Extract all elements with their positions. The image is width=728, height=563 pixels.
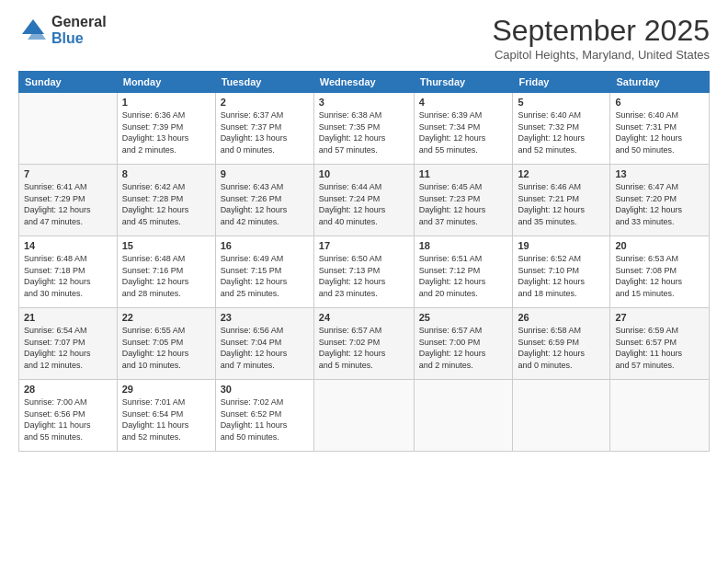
day-cell: 11Sunrise: 6:45 AM Sunset: 7:23 PM Dayli… bbox=[414, 165, 513, 236]
day-number: 14 bbox=[24, 240, 112, 251]
day-number: 3 bbox=[319, 97, 409, 108]
header: General Blue September 2025 Capitol Heig… bbox=[18, 14, 710, 62]
day-cell: 26Sunrise: 6:58 AM Sunset: 6:59 PM Dayli… bbox=[513, 308, 610, 380]
day-info: Sunrise: 6:49 AM Sunset: 7:15 PM Dayligh… bbox=[221, 253, 309, 299]
day-cell: 5Sunrise: 6:40 AM Sunset: 7:32 PM Daylig… bbox=[513, 93, 610, 165]
day-cell: 24Sunrise: 6:57 AM Sunset: 7:02 PM Dayli… bbox=[313, 308, 414, 380]
day-number: 15 bbox=[122, 240, 210, 251]
header-cell-saturday: Saturday bbox=[610, 72, 710, 93]
week-row-2: 14Sunrise: 6:48 AM Sunset: 7:18 PM Dayli… bbox=[19, 236, 710, 308]
day-info: Sunrise: 6:59 AM Sunset: 6:57 PM Dayligh… bbox=[615, 325, 704, 371]
day-info: Sunrise: 6:44 AM Sunset: 7:24 PM Dayligh… bbox=[319, 181, 409, 227]
day-cell: 8Sunrise: 6:42 AM Sunset: 7:28 PM Daylig… bbox=[117, 165, 215, 236]
svg-marker-0 bbox=[22, 19, 44, 34]
day-number: 30 bbox=[221, 384, 309, 395]
day-number: 4 bbox=[419, 97, 508, 108]
logo-blue: Blue bbox=[51, 30, 84, 46]
day-number: 25 bbox=[419, 312, 508, 323]
day-info: Sunrise: 6:57 AM Sunset: 7:00 PM Dayligh… bbox=[419, 325, 508, 371]
day-cell: 25Sunrise: 6:57 AM Sunset: 7:00 PM Dayli… bbox=[414, 308, 513, 380]
day-cell: 29Sunrise: 7:01 AM Sunset: 6:54 PM Dayli… bbox=[117, 380, 215, 452]
day-cell: 12Sunrise: 6:46 AM Sunset: 7:21 PM Dayli… bbox=[513, 165, 610, 236]
day-info: Sunrise: 6:42 AM Sunset: 7:28 PM Dayligh… bbox=[122, 181, 210, 227]
day-number: 20 bbox=[615, 240, 704, 251]
month-title: September 2025 bbox=[492, 14, 710, 48]
day-number: 22 bbox=[122, 312, 210, 323]
location: Capitol Heights, Maryland, United States bbox=[492, 48, 710, 62]
day-cell: 17Sunrise: 6:50 AM Sunset: 7:13 PM Dayli… bbox=[313, 236, 414, 308]
day-number: 2 bbox=[221, 97, 309, 108]
day-cell: 21Sunrise: 6:54 AM Sunset: 7:07 PM Dayli… bbox=[19, 308, 118, 380]
day-cell: 19Sunrise: 6:52 AM Sunset: 7:10 PM Dayli… bbox=[513, 236, 610, 308]
day-number: 8 bbox=[122, 168, 210, 179]
week-row-1: 7Sunrise: 6:41 AM Sunset: 7:29 PM Daylig… bbox=[19, 165, 710, 236]
day-number: 18 bbox=[419, 240, 508, 251]
header-cell-thursday: Thursday bbox=[414, 72, 513, 93]
day-info: Sunrise: 6:40 AM Sunset: 7:32 PM Dayligh… bbox=[518, 109, 605, 155]
day-info: Sunrise: 6:40 AM Sunset: 7:31 PM Dayligh… bbox=[615, 109, 704, 155]
day-number: 7 bbox=[24, 168, 112, 179]
day-number: 21 bbox=[24, 312, 112, 323]
day-cell: 2Sunrise: 6:37 AM Sunset: 7:37 PM Daylig… bbox=[215, 93, 313, 165]
header-cell-monday: Monday bbox=[117, 72, 215, 93]
day-info: Sunrise: 6:41 AM Sunset: 7:29 PM Dayligh… bbox=[24, 181, 112, 227]
day-info: Sunrise: 6:53 AM Sunset: 7:08 PM Dayligh… bbox=[615, 253, 704, 299]
day-info: Sunrise: 6:56 AM Sunset: 7:04 PM Dayligh… bbox=[221, 325, 309, 371]
day-info: Sunrise: 6:58 AM Sunset: 6:59 PM Dayligh… bbox=[518, 325, 605, 371]
day-number: 6 bbox=[615, 97, 704, 108]
day-number: 9 bbox=[221, 168, 309, 179]
day-info: Sunrise: 7:01 AM Sunset: 6:54 PM Dayligh… bbox=[122, 396, 210, 442]
day-info: Sunrise: 6:51 AM Sunset: 7:12 PM Dayligh… bbox=[419, 253, 508, 299]
day-cell: 14Sunrise: 6:48 AM Sunset: 7:18 PM Dayli… bbox=[19, 236, 118, 308]
day-number: 24 bbox=[319, 312, 409, 323]
day-info: Sunrise: 7:00 AM Sunset: 6:56 PM Dayligh… bbox=[24, 396, 112, 442]
day-number: 1 bbox=[122, 97, 210, 108]
day-cell bbox=[513, 380, 610, 452]
day-number: 5 bbox=[518, 97, 605, 108]
day-cell: 1Sunrise: 6:36 AM Sunset: 7:39 PM Daylig… bbox=[117, 93, 215, 165]
logo-general: General bbox=[51, 14, 107, 29]
day-cell bbox=[19, 93, 118, 165]
day-number: 16 bbox=[221, 240, 309, 251]
day-info: Sunrise: 6:47 AM Sunset: 7:20 PM Dayligh… bbox=[615, 181, 704, 227]
day-cell: 6Sunrise: 6:40 AM Sunset: 7:31 PM Daylig… bbox=[610, 93, 710, 165]
day-cell: 18Sunrise: 6:51 AM Sunset: 7:12 PM Dayli… bbox=[414, 236, 513, 308]
day-info: Sunrise: 6:36 AM Sunset: 7:39 PM Dayligh… bbox=[122, 109, 210, 155]
day-info: Sunrise: 6:45 AM Sunset: 7:23 PM Dayligh… bbox=[419, 181, 508, 227]
day-info: Sunrise: 6:52 AM Sunset: 7:10 PM Dayligh… bbox=[518, 253, 605, 299]
day-cell: 20Sunrise: 6:53 AM Sunset: 7:08 PM Dayli… bbox=[610, 236, 710, 308]
day-info: Sunrise: 6:55 AM Sunset: 7:05 PM Dayligh… bbox=[122, 325, 210, 371]
day-number: 28 bbox=[24, 384, 112, 395]
title-block: September 2025 Capitol Heights, Maryland… bbox=[492, 14, 710, 62]
day-cell: 10Sunrise: 6:44 AM Sunset: 7:24 PM Dayli… bbox=[313, 165, 414, 236]
logo-icon bbox=[18, 16, 48, 45]
day-cell: 3Sunrise: 6:38 AM Sunset: 7:35 PM Daylig… bbox=[313, 93, 414, 165]
day-number: 12 bbox=[518, 168, 605, 179]
day-cell: 27Sunrise: 6:59 AM Sunset: 6:57 PM Dayli… bbox=[610, 308, 710, 380]
day-info: Sunrise: 6:57 AM Sunset: 7:02 PM Dayligh… bbox=[319, 325, 409, 371]
day-number: 23 bbox=[221, 312, 309, 323]
day-info: Sunrise: 6:48 AM Sunset: 7:18 PM Dayligh… bbox=[24, 253, 112, 299]
day-cell: 30Sunrise: 7:02 AM Sunset: 6:52 PM Dayli… bbox=[215, 380, 313, 452]
day-info: Sunrise: 6:54 AM Sunset: 7:07 PM Dayligh… bbox=[24, 325, 112, 371]
day-info: Sunrise: 6:43 AM Sunset: 7:26 PM Dayligh… bbox=[221, 181, 309, 227]
week-row-0: 1Sunrise: 6:36 AM Sunset: 7:39 PM Daylig… bbox=[19, 93, 710, 165]
day-number: 11 bbox=[419, 168, 508, 179]
header-row: SundayMondayTuesdayWednesdayThursdayFrid… bbox=[19, 72, 710, 93]
day-number: 10 bbox=[319, 168, 409, 179]
day-info: Sunrise: 6:38 AM Sunset: 7:35 PM Dayligh… bbox=[319, 109, 409, 155]
day-info: Sunrise: 6:50 AM Sunset: 7:13 PM Dayligh… bbox=[319, 253, 409, 299]
day-cell bbox=[414, 380, 513, 452]
day-info: Sunrise: 7:02 AM Sunset: 6:52 PM Dayligh… bbox=[221, 396, 309, 442]
header-cell-sunday: Sunday bbox=[19, 72, 118, 93]
header-cell-friday: Friday bbox=[513, 72, 610, 93]
day-cell: 4Sunrise: 6:39 AM Sunset: 7:34 PM Daylig… bbox=[414, 93, 513, 165]
day-number: 13 bbox=[615, 168, 704, 179]
day-info: Sunrise: 6:37 AM Sunset: 7:37 PM Dayligh… bbox=[221, 109, 309, 155]
day-cell bbox=[610, 380, 710, 452]
day-number: 19 bbox=[518, 240, 605, 251]
logo: General Blue bbox=[18, 14, 107, 46]
day-number: 29 bbox=[122, 384, 210, 395]
day-number: 27 bbox=[615, 312, 704, 323]
header-cell-tuesday: Tuesday bbox=[215, 72, 313, 93]
